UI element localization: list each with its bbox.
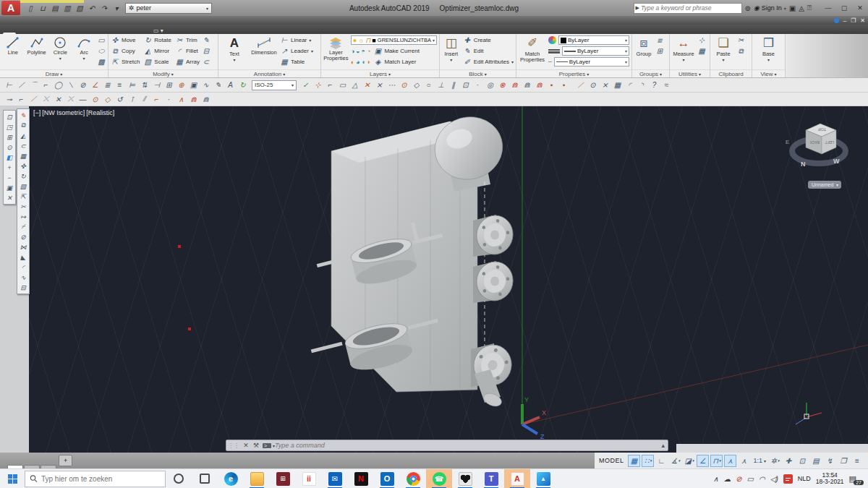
snap-midpoint-icon[interactable]: △ <box>349 80 361 91</box>
volume-icon[interactable]: ◁) <box>770 475 778 483</box>
snap-mode-toggle[interactable]: ∷▾ <box>642 455 654 467</box>
snap-extension-icon[interactable]: ⋯ <box>386 80 398 91</box>
layer-properties-button[interactable]: Layer Properties <box>323 35 349 61</box>
extend-tool-button[interactable]: ↦ <box>18 212 28 221</box>
style-check-icon[interactable]: ✓ <box>299 80 312 91</box>
linear-dim-icon[interactable]: ⊢ <box>3 80 15 91</box>
trim-tool-button[interactable]: ✂ <box>18 202 28 211</box>
autocad-icon[interactable]: A <box>504 469 530 488</box>
layout-tab[interactable] <box>7 465 23 468</box>
zoom-dynamic-button[interactable]: ◳ <box>4 122 14 132</box>
cross-icon[interactable]: ⨯ <box>599 80 611 91</box>
osnap-tracking-toggle[interactable]: ∠ <box>697 455 709 467</box>
model-space-label[interactable]: MODEL <box>599 457 624 464</box>
stretch-tool-button[interactable]: ⇱ <box>18 192 28 201</box>
copy-tool-button[interactable]: ⧉ <box>18 121 28 130</box>
panel-label-view[interactable]: View▾ <box>752 69 785 77</box>
zoom-object-button[interactable]: ◧ <box>4 153 14 162</box>
stretch-button[interactable]: ⇱Stretch <box>111 57 140 67</box>
panel-label-clipboard[interactable]: Clipboard <box>710 69 752 77</box>
break-point-button[interactable]: ⌿ <box>18 222 28 231</box>
jogged-icon[interactable]: ⟍ <box>64 80 77 91</box>
linear-button[interactable]: ⊢Linear▾ <box>280 35 313 45</box>
viewport-collapse-control[interactable]: [−] <box>33 109 41 116</box>
taskbar-search-input[interactable] <box>41 475 161 483</box>
whatsapp-icon[interactable]: ☎ <box>426 469 452 488</box>
cut-button[interactable]: ✂ <box>736 35 745 45</box>
qat-redo-button[interactable]: ↷ <box>98 2 110 14</box>
layer-prev-button[interactable]: ◖ <box>362 59 365 66</box>
snap-parallel-icon[interactable]: ∥ <box>447 80 459 91</box>
help-tool-icon[interactable]: ? <box>648 80 660 91</box>
blend-button[interactable]: ∿ <box>18 273 28 282</box>
inspect-icon[interactable]: ▣ <box>187 80 200 91</box>
panel-label-block[interactable]: Block▾ <box>440 69 516 77</box>
edit-block-button[interactable]: ✎Edit <box>463 46 514 56</box>
cortana-button[interactable] <box>166 469 192 488</box>
snap-perpendicular-icon[interactable]: ⊥ <box>435 80 447 91</box>
zoom-all-button[interactable]: ▣ <box>4 183 14 192</box>
qat-customize-button[interactable]: ▾ <box>111 2 122 14</box>
command-input[interactable] <box>275 442 658 449</box>
panel-label-properties[interactable]: Properties▾ <box>516 69 631 77</box>
circle-snap-icon[interactable]: ⊙ <box>587 80 599 91</box>
outlook-icon[interactable]: O <box>374 469 400 488</box>
snap-insert-icon[interactable]: ⊡ <box>459 80 472 91</box>
snap-none-icon[interactable]: ⊗ <box>496 80 509 91</box>
task-view-button[interactable] <box>192 469 218 488</box>
snap-center-icon[interactable]: ⊙ <box>398 80 410 91</box>
model-space-canvas[interactable] <box>29 106 868 453</box>
join-button[interactable]: ⋈ <box>18 242 28 252</box>
diameter-icon[interactable]: ⊘ <box>77 80 89 91</box>
explode-button[interactable]: ⊟ <box>202 46 210 56</box>
ungroup-button[interactable]: ⧈ <box>655 35 664 45</box>
annotation-scale-control[interactable]: 1:1▾ <box>752 457 767 464</box>
zoom-extents-button[interactable]: ✕ <box>4 193 14 202</box>
clock[interactable]: 13:54 18-3-2021 <box>816 472 844 485</box>
chrome-icon[interactable] <box>400 469 426 488</box>
doc-restore-button[interactable]: ❐ <box>851 17 856 24</box>
line-button[interactable]: Line <box>2 35 24 56</box>
dim-style-combo[interactable]: ISO-25 ▾ <box>252 80 297 90</box>
temp-track-icon[interactable]: ⊸ <box>3 93 15 105</box>
paste-button[interactable]: ❏ Paste ▾ <box>712 35 734 63</box>
qat-saveas-button[interactable]: ▥ <box>61 2 73 14</box>
qat-undo-button[interactable]: ↶ <box>86 2 98 14</box>
mail-icon[interactable]: ✉ <box>322 469 348 488</box>
base-button[interactable]: ❒ Base ▾ <box>757 35 781 63</box>
leader-button[interactable]: ↗Leader▾ <box>280 46 313 56</box>
grid-toggle[interactable]: ▦ <box>628 455 640 467</box>
aligned-dim-icon[interactable]: ⟋ <box>15 80 27 91</box>
fillet-tool-icon[interactable]: ◜ <box>624 80 636 91</box>
calendar-tray-icon[interactable] <box>783 474 793 484</box>
snap-from2-icon[interactable]: ⌐ <box>15 93 27 105</box>
offset-button[interactable]: ⊂ <box>202 57 210 67</box>
chamfer-tool-icon[interactable]: ◝ <box>636 80 648 91</box>
dim-break-icon[interactable]: ⊣ <box>150 80 163 91</box>
marker1-icon[interactable]: ▪ <box>545 80 558 91</box>
snap-nearest-icon[interactable]: ◎ <box>484 80 496 91</box>
snap-tangent-icon[interactable]: ○ <box>422 80 435 91</box>
layer-freeze-button[interactable]: ◓ <box>362 48 365 55</box>
mirror-button[interactable]: ◭Mirror <box>143 46 171 56</box>
dim-space-icon[interactable]: ⇅ <box>138 80 150 91</box>
match-properties-button[interactable]: ✐ Match Properties <box>519 35 546 63</box>
id-point-button[interactable]: ⊹ <box>697 35 706 45</box>
customization-menu[interactable]: ≡ <box>851 455 864 467</box>
erase-tool-button[interactable]: ✎ <box>18 111 28 120</box>
sync-error-icon[interactable]: ⊘ <box>736 475 741 483</box>
annotation-monitor[interactable]: ✚ <box>783 455 795 467</box>
ordinate-icon[interactable]: ⌐ <box>40 80 52 91</box>
angular-icon[interactable]: ∠ <box>89 80 101 91</box>
layer-combo[interactable]: ●☼⊓■ GRENSLIJNZICHTBA ▾ <box>351 35 437 45</box>
edit-attributes-button[interactable]: ✐Edit Attributes▾ <box>463 57 514 67</box>
polyline-button[interactable]: Polyline <box>26 35 48 56</box>
snap-node-icon[interactable]: · <box>472 80 484 91</box>
viewport-visual-style-control[interactable]: [Realistic] <box>86 109 114 116</box>
sign-in-button[interactable]: ◉ Sign In ▾ <box>754 4 786 12</box>
move-button[interactable]: ✜Move <box>111 35 140 45</box>
rotate-button[interactable]: ↻Rotate <box>143 35 171 45</box>
center2-icon[interactable]: ⊙ <box>89 93 101 105</box>
match-tool-icon[interactable]: ≈ <box>660 80 673 91</box>
ortho-toggle[interactable]: ∟ <box>655 455 668 467</box>
